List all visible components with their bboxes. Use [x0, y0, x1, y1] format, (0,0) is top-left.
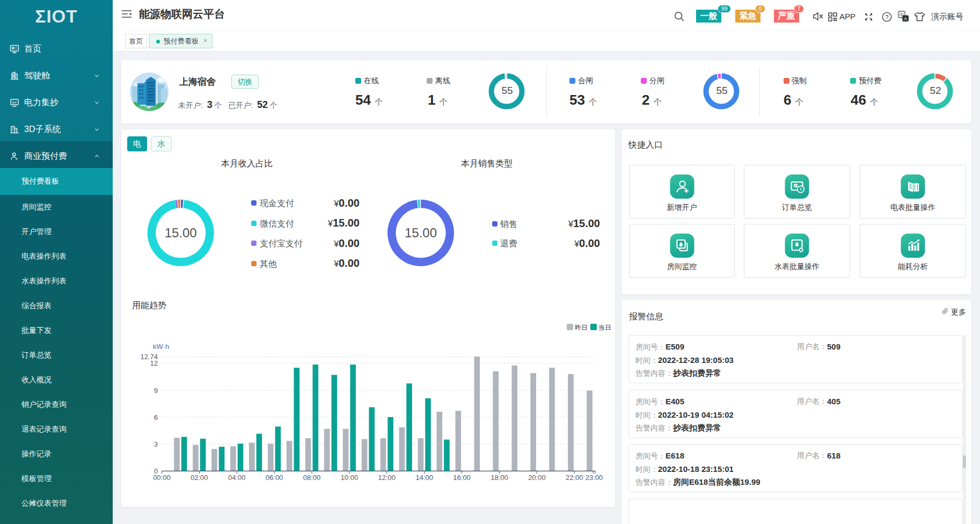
svg-text:昨日: 昨日 [575, 324, 588, 331]
svg-text:15.00: 15.00 [165, 225, 197, 240]
svg-text:12: 12 [150, 359, 158, 367]
svg-text:00:00: 00:00 [153, 474, 171, 482]
svg-text:55: 55 [501, 85, 513, 96]
svg-text:08:00: 08:00 [303, 474, 321, 482]
svg-text:52: 52 [930, 85, 941, 96]
svg-text:当日: 当日 [598, 324, 611, 331]
svg-text:02:00: 02:00 [191, 474, 208, 482]
svg-text:16:00: 16:00 [453, 474, 471, 482]
svg-text:20:00: 20:00 [528, 474, 546, 482]
svg-text:14:00: 14:00 [415, 474, 433, 482]
svg-text:10:00: 10:00 [341, 474, 359, 482]
svg-text:55: 55 [716, 85, 727, 96]
svg-text:06:00: 06:00 [266, 474, 283, 482]
svg-text:6: 6 [154, 413, 158, 421]
svg-text:23:00: 23:00 [586, 474, 603, 482]
svg-text:12:00: 12:00 [378, 474, 396, 482]
svg-text:22:00: 22:00 [566, 474, 583, 482]
svg-text:3: 3 [154, 440, 158, 448]
svg-text:15.00: 15.00 [405, 225, 437, 240]
svg-text:18:00: 18:00 [491, 474, 508, 482]
svg-text:A: A [904, 16, 908, 21]
svg-text:kW·h: kW·h [153, 343, 169, 351]
svg-text:04:00: 04:00 [228, 474, 246, 482]
svg-text:?: ? [885, 14, 888, 20]
svg-text:9: 9 [154, 387, 158, 395]
